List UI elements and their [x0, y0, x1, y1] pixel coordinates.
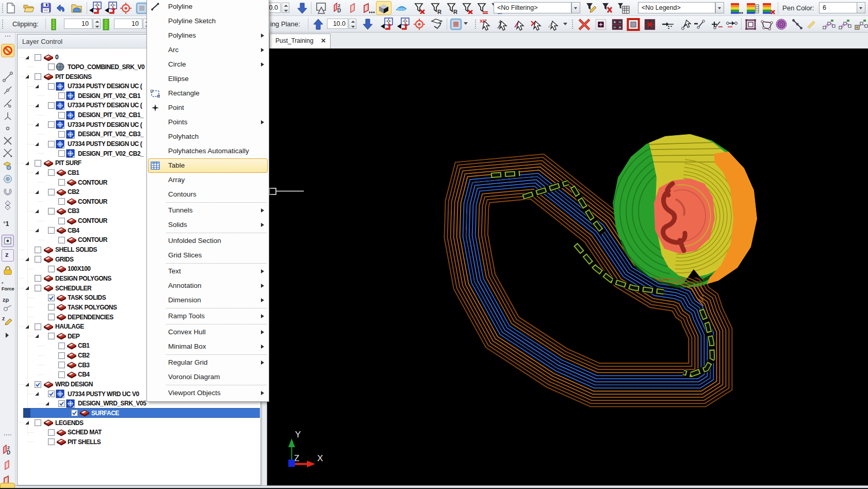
svg-text:Y: Y: [295, 430, 301, 439]
svg-text:D: D: [337, 8, 341, 13]
svg-text:R: R: [453, 9, 457, 14]
svg-text:R: R: [437, 9, 441, 14]
svg-text:D: D: [7, 450, 10, 455]
svg-text:X: X: [317, 453, 323, 463]
